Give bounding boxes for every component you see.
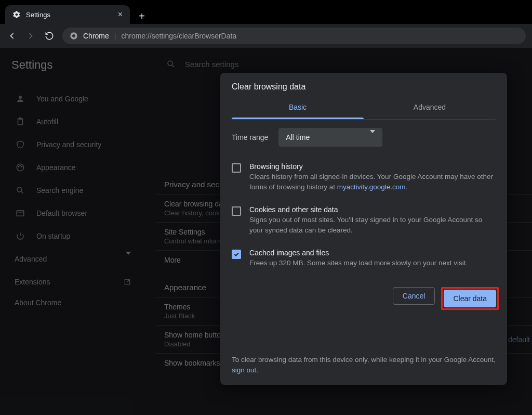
svg-point-6 (18, 166, 19, 167)
shield-icon (15, 140, 26, 149)
sidebar-item-default-browser[interactable]: Default browser (11, 202, 144, 225)
option-cached[interactable]: Cached images and files Frees up 320 MB.… (232, 243, 496, 277)
reload-button[interactable] (44, 30, 55, 42)
address-prefix: Chrome (83, 32, 109, 40)
sidebar-item-autofill[interactable]: Autofill (11, 110, 144, 133)
sidebar-item-label: On startup (36, 232, 70, 240)
clear-browsing-data-dialog: Clear browsing data Basic Advanced Time … (220, 73, 507, 385)
sidebar-item-label: Search engine (36, 186, 83, 194)
page-title: Settings (11, 58, 144, 72)
option-title: Cookies and other site data (249, 205, 496, 214)
checkbox-browsing-history[interactable] (232, 163, 241, 173)
sidebar-item-label: Default browser (36, 209, 87, 217)
chrome-logo-icon (70, 32, 78, 40)
sidebar-extensions-label: Extensions (15, 278, 50, 286)
option-desc: Signs you out of most sites. You'll stay… (249, 215, 496, 235)
chevron-down-icon (126, 255, 131, 263)
time-range-select[interactable]: All time (278, 128, 382, 147)
browser-tab-title: Settings (26, 11, 113, 19)
sidebar-advanced-label: Advanced (15, 255, 47, 263)
checkbox-cached[interactable] (232, 250, 241, 259)
svg-point-2 (19, 96, 22, 99)
sidebar-item-privacy[interactable]: Privacy and security (11, 133, 144, 156)
external-link-icon (124, 278, 131, 286)
sidebar-item-you-and-google[interactable]: You and Google (11, 87, 144, 110)
sidebar-item-search-engine[interactable]: Search engine (11, 179, 144, 202)
time-range-row: Time range All time (232, 128, 496, 147)
new-tab-button[interactable]: + (134, 8, 150, 24)
svg-point-9 (17, 187, 22, 192)
sidebar-item-appearance[interactable]: Appearance (11, 156, 144, 179)
sidebar-item-label: Autofill (36, 118, 58, 126)
search-icon (15, 186, 26, 195)
svg-point-1 (72, 34, 75, 37)
cancel-button[interactable]: Cancel (393, 287, 435, 305)
annotation-highlight: Clear data (441, 287, 499, 310)
sidebar-advanced-toggle[interactable]: Advanced (11, 248, 131, 270)
tab-basic[interactable]: Basic (232, 97, 364, 118)
svg-point-8 (21, 166, 22, 167)
browser-tabbar: Settings × + (0, 0, 532, 24)
sign-out-link[interactable]: sign out (232, 366, 256, 374)
sidebar-item-on-startup[interactable]: On startup (11, 225, 144, 248)
option-cookies[interactable]: Cookies and other site data Signs you ou… (232, 200, 496, 243)
tab-advanced[interactable]: Advanced (364, 97, 496, 119)
person-icon (15, 94, 26, 103)
browser-toolbar: Chrome | chrome://settings/clearBrowserD… (0, 24, 532, 48)
gear-icon (12, 10, 21, 19)
option-browsing-history[interactable]: Browsing history Clears history from all… (232, 157, 496, 200)
sidebar-item-label: Appearance (36, 163, 76, 172)
sidebar-item-label: You and Google (36, 95, 88, 103)
sidebar-extensions[interactable]: Extensions (11, 270, 131, 293)
address-url: chrome://settings/clearBrowserData (121, 32, 236, 40)
myactivity-link[interactable]: myactivity.google.com (337, 183, 406, 191)
tab-underline (232, 118, 364, 119)
time-range-label: Time range (232, 133, 268, 141)
svg-point-7 (20, 165, 21, 166)
dialog-actions: Cancel Clear data (220, 281, 507, 318)
palette-icon (15, 163, 26, 172)
forward-button[interactable] (25, 30, 36, 42)
time-range-value: All time (286, 133, 310, 141)
option-desc: Clears history from all signed-in device… (249, 172, 496, 192)
dialog-title: Clear browsing data (220, 73, 507, 97)
close-icon[interactable]: × (118, 10, 123, 19)
dialog-tabs: Basic Advanced (232, 97, 496, 120)
sidebar-item-label: Privacy and security (36, 140, 101, 149)
address-bar[interactable]: Chrome | chrome://settings/clearBrowserD… (62, 28, 526, 44)
checkbox-cookies[interactable] (232, 206, 241, 216)
sidebar-about-chrome[interactable]: About Chrome (11, 293, 144, 312)
svg-rect-10 (17, 211, 24, 216)
option-title: Browsing history (249, 162, 496, 171)
clipboard-icon (15, 117, 26, 126)
dialog-footer-note: To clear browsing data from this device … (220, 318, 507, 385)
page-body: Settings You and Google Autofill Privacy… (0, 48, 532, 415)
svg-point-12 (168, 61, 172, 66)
chevron-down-icon (370, 133, 375, 141)
clear-data-button[interactable]: Clear data (444, 290, 496, 307)
settings-search-placeholder: Search settings (185, 60, 238, 69)
power-icon (15, 231, 26, 241)
window-icon (15, 209, 26, 218)
back-button[interactable] (6, 30, 18, 42)
address-separator: | (114, 32, 116, 40)
sidebar-about-label: About Chrome (15, 299, 61, 307)
browser-tab-active[interactable]: Settings × (5, 5, 130, 24)
option-title: Cached images and files (249, 249, 468, 257)
settings-sidebar: Settings You and Google Autofill Privacy… (0, 48, 151, 415)
search-icon (166, 59, 176, 69)
option-desc: Frees up 320 MB. Some sites may load mor… (249, 258, 468, 268)
